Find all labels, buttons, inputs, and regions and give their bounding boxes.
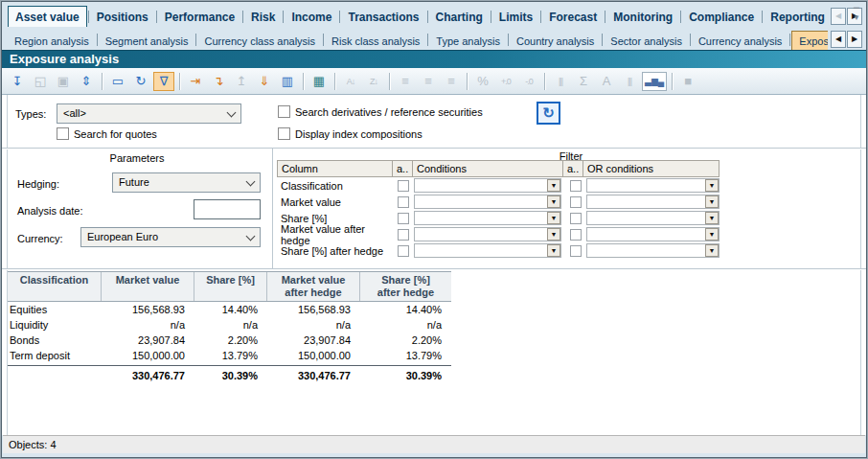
filter-header-a[interactable]: a.. xyxy=(392,160,413,177)
dropdown-arrow-icon[interactable]: ▼ xyxy=(705,244,719,257)
load-layout-icon[interactable]: ↧ xyxy=(7,72,28,91)
currency-dropdown[interactable]: European Euro xyxy=(80,227,261,247)
tab-risk-class-analysis[interactable]: Risk class analysis xyxy=(325,32,426,50)
filter-or-and-checkbox[interactable] xyxy=(565,194,586,210)
secondary-tabs-scroll-left-button[interactable]: ◀ xyxy=(831,31,846,48)
filter-header-a[interactable]: a.. xyxy=(562,160,583,177)
filter-or-and-checkbox[interactable] xyxy=(565,177,586,194)
results-header-classification[interactable]: Classification xyxy=(8,272,102,301)
drill-down-icon[interactable]: ↴ xyxy=(208,72,229,91)
dropdown-arrow-icon[interactable]: ▼ xyxy=(705,212,719,224)
filter-conditions-dropdown[interactable]: ▼ xyxy=(414,194,565,210)
results-header-market-value[interactable]: Market valueafter hedge xyxy=(267,272,360,301)
dropdown-arrow-icon[interactable]: ▼ xyxy=(705,179,719,192)
fit-height-icon[interactable]: ⇕ xyxy=(76,72,97,91)
checkbox-box[interactable] xyxy=(398,213,409,224)
tab-exposure-analysis[interactable]: Exposure analysis xyxy=(791,31,828,50)
filter-conditions-dropdown[interactable]: ▼ xyxy=(414,177,565,194)
checkbox-box[interactable] xyxy=(398,229,409,241)
conditions-combobox[interactable]: ▼ xyxy=(414,211,561,225)
filter-or-conditions-dropdown[interactable]: ▼ xyxy=(586,242,723,259)
filter-conditions-dropdown[interactable]: ▼ xyxy=(414,210,565,226)
results-header-share[interactable]: Share [%]after hedge xyxy=(360,272,451,301)
tab-limits[interactable]: Limits xyxy=(492,7,539,27)
dropdown-arrow-icon[interactable]: ▼ xyxy=(547,195,560,208)
checkbox-box[interactable] xyxy=(570,196,582,208)
checkbox-box[interactable] xyxy=(570,213,582,224)
filter-conditions-dropdown[interactable]: ▼ xyxy=(414,242,565,259)
filter-header-column[interactable]: Column xyxy=(277,160,393,177)
dropdown-arrow-icon[interactable]: ▼ xyxy=(547,212,560,224)
filter-and-checkbox[interactable] xyxy=(393,177,414,194)
search-derivatives-checkbox[interactable]: Search derivatives / reference securitie… xyxy=(278,105,483,118)
checkbox-box[interactable] xyxy=(278,105,290,118)
or-conditions-combobox[interactable]: ▼ xyxy=(586,227,720,241)
filter-or-and-checkbox[interactable] xyxy=(565,226,586,242)
hedging-dropdown[interactable]: Future xyxy=(112,172,261,193)
or-conditions-combobox[interactable]: ▼ xyxy=(586,178,720,193)
tab-compliance[interactable]: Compliance xyxy=(682,7,761,27)
dropdown-arrow-icon[interactable]: ▼ xyxy=(705,195,719,208)
filter-and-checkbox[interactable] xyxy=(393,210,414,226)
conditions-combobox[interactable]: ▼ xyxy=(414,243,561,258)
filter-or-and-checkbox[interactable] xyxy=(565,242,586,259)
checkbox-box[interactable] xyxy=(398,196,409,208)
filter-conditions-dropdown[interactable]: ▼ xyxy=(414,226,565,242)
chart-icon[interactable]: ▃▆▄ xyxy=(642,72,667,91)
refresh-icon[interactable]: ↻ xyxy=(130,72,151,91)
frame-selection-icon[interactable]: ▭ xyxy=(107,72,128,91)
checkbox-box[interactable] xyxy=(570,180,582,192)
filter-header-conditions[interactable]: Conditions xyxy=(412,160,563,177)
apply-column-filter-icon[interactable]: ⇥ xyxy=(185,72,206,91)
conditions-combobox[interactable]: ▼ xyxy=(414,178,561,193)
checkbox-box[interactable] xyxy=(398,180,409,192)
tab-segment-analysis[interactable]: Segment analysis xyxy=(99,32,195,50)
tab-currency-class-analysis[interactable]: Currency class analysis xyxy=(197,32,322,50)
filter-or-conditions-dropdown[interactable]: ▼ xyxy=(586,194,723,210)
tab-type-analysis[interactable]: Type analysis xyxy=(429,32,507,50)
secondary-tabs-scroll-right-button[interactable]: ▶ xyxy=(847,31,862,48)
or-conditions-combobox[interactable]: ▼ xyxy=(586,211,720,225)
dropdown-arrow-icon[interactable]: ▼ xyxy=(547,179,560,192)
tab-transactions[interactable]: Transactions xyxy=(341,7,425,27)
filter-and-checkbox[interactable] xyxy=(393,242,414,259)
analysis-date-input[interactable] xyxy=(194,199,261,219)
checkbox-box[interactable] xyxy=(570,245,582,257)
conditions-combobox[interactable]: ▼ xyxy=(414,195,561,209)
filter-icon[interactable]: ∇ xyxy=(153,72,174,91)
results-header-market-value[interactable]: Market value xyxy=(102,272,194,301)
filter-or-conditions-dropdown[interactable]: ▼ xyxy=(586,210,723,226)
tab-income[interactable]: Income xyxy=(285,7,338,27)
toolbar-overflow-icon[interactable]: ▔▼ xyxy=(851,10,862,21)
tab-charting[interactable]: Charting xyxy=(429,7,490,27)
display-index-compositions-checkbox[interactable]: Display index compositions xyxy=(278,127,423,140)
tab-performance[interactable]: Performance xyxy=(158,7,241,27)
move-to-bottom-icon[interactable]: ⇓ xyxy=(254,72,275,91)
tab-reporting[interactable]: Reporting xyxy=(764,7,828,27)
checkbox-box[interactable] xyxy=(278,127,290,140)
tab-positions[interactable]: Positions xyxy=(90,7,155,27)
tab-monitoring[interactable]: Monitoring xyxy=(606,7,679,27)
run-analysis-button[interactable]: ↻ xyxy=(537,102,560,125)
dropdown-arrow-icon[interactable]: ▼ xyxy=(547,244,560,257)
filter-or-and-checkbox[interactable] xyxy=(565,210,586,226)
tab-risk[interactable]: Risk xyxy=(244,7,282,27)
checkbox-box[interactable] xyxy=(570,229,582,241)
column-stripes-icon[interactable]: ▦ xyxy=(308,72,330,91)
types-dropdown[interactable]: <all> xyxy=(57,103,241,124)
filter-chart-icon[interactable]: ▥ xyxy=(277,72,298,91)
tab-country-analysis[interactable]: Country analysis xyxy=(510,32,601,50)
filter-header-or-conditions[interactable]: OR conditions xyxy=(582,160,720,177)
dropdown-arrow-icon[interactable]: ▼ xyxy=(705,228,719,241)
tab-currency-analysis[interactable]: Currency analysis xyxy=(692,32,788,50)
dropdown-arrow-icon[interactable]: ▼ xyxy=(547,228,560,241)
tab-forecast[interactable]: Forecast xyxy=(542,7,604,27)
search-for-quotes-checkbox[interactable]: Search for quotes xyxy=(57,127,157,140)
checkbox-box[interactable] xyxy=(57,127,69,140)
or-conditions-combobox[interactable]: ▼ xyxy=(586,243,720,258)
tab-asset-value[interactable]: Asset value xyxy=(8,6,87,27)
checkbox-box[interactable] xyxy=(398,245,409,257)
primary-tabs-scroll-left-button[interactable]: ◀ xyxy=(831,8,846,25)
filter-and-checkbox[interactable] xyxy=(393,226,414,242)
conditions-combobox[interactable]: ▼ xyxy=(414,227,561,241)
